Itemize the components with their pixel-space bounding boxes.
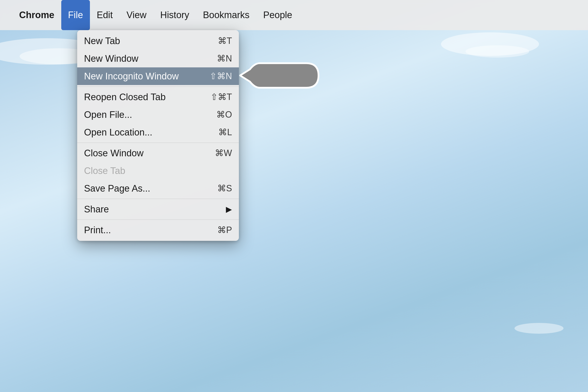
menu-item-save-page-as[interactable]: Save Page As... ⌘S xyxy=(77,180,239,197)
separator-4 xyxy=(77,220,239,220)
menu-item-print-shortcut: ⌘P xyxy=(217,225,232,235)
menu-item-reopen-closed-tab-shortcut: ⇧⌘T xyxy=(210,92,232,102)
menu-item-open-location-label: Open Location... xyxy=(84,127,218,138)
history-menu-item[interactable]: History xyxy=(153,0,196,30)
file-menu-item[interactable]: File xyxy=(61,0,90,30)
menu-item-close-tab[interactable]: Close Tab xyxy=(77,162,239,180)
menubar: Chrome File Edit View History Bookmarks … xyxy=(0,0,588,30)
menu-item-save-page-as-shortcut: ⌘S xyxy=(217,183,232,194)
submenu-arrow-icon: ▶ xyxy=(226,204,232,214)
menu-item-open-location[interactable]: Open Location... ⌘L xyxy=(77,124,239,141)
menu-item-open-file-label: Open File... xyxy=(84,110,216,120)
separator-3 xyxy=(77,199,239,199)
file-dropdown-menu: New Tab ⌘T New Window ⌘N New Incognito W… xyxy=(77,30,239,241)
menu-item-open-location-shortcut: ⌘L xyxy=(218,127,232,138)
menu-item-print-label: Print... xyxy=(84,225,217,236)
menu-item-new-window[interactable]: New Window ⌘N xyxy=(77,50,239,68)
menu-item-save-page-as-label: Save Page As... xyxy=(84,183,217,194)
menu-item-open-file[interactable]: Open File... ⌘O xyxy=(77,106,239,124)
menu-item-new-incognito[interactable]: New Incognito Window ⇧⌘N xyxy=(77,68,239,85)
menu-item-new-tab-label: New Tab xyxy=(84,36,218,46)
separator-1 xyxy=(77,86,239,87)
apple-menu-item[interactable] xyxy=(7,0,12,30)
menu-item-new-tab-shortcut: ⌘T xyxy=(218,36,232,46)
menu-item-close-tab-label: Close Tab xyxy=(84,166,232,176)
menu-item-close-window[interactable]: Close Window ⌘W xyxy=(77,144,239,162)
menu-item-close-window-shortcut: ⌘W xyxy=(215,148,232,158)
cloud-5 xyxy=(514,323,564,334)
menu-item-print[interactable]: Print... ⌘P xyxy=(77,221,239,239)
menu-item-open-file-shortcut: ⌘O xyxy=(216,110,232,120)
cloud-4 xyxy=(466,45,529,58)
bookmarks-menu-item[interactable]: Bookmarks xyxy=(196,0,256,30)
separator-2 xyxy=(77,142,239,143)
menu-item-reopen-closed-tab[interactable]: Reopen Closed Tab ⇧⌘T xyxy=(77,88,239,106)
menu-item-new-incognito-label: New Incognito Window xyxy=(84,71,210,82)
menu-item-share-label: Share xyxy=(84,204,226,214)
arrow-annotation xyxy=(238,61,321,91)
edit-menu-item[interactable]: Edit xyxy=(90,0,120,30)
menu-item-new-incognito-shortcut: ⇧⌘N xyxy=(210,71,232,81)
menu-item-share[interactable]: Share ▶ xyxy=(77,200,239,218)
menu-item-new-window-shortcut: ⌘N xyxy=(217,54,232,64)
chrome-menu-item[interactable]: Chrome xyxy=(12,0,61,30)
people-menu-item[interactable]: People xyxy=(256,0,299,30)
view-menu-item[interactable]: View xyxy=(120,0,153,30)
menu-item-new-window-label: New Window xyxy=(84,54,217,64)
menu-item-new-tab[interactable]: New Tab ⌘T xyxy=(77,32,239,50)
menu-item-reopen-closed-tab-label: Reopen Closed Tab xyxy=(84,92,210,102)
menu-item-close-window-label: Close Window xyxy=(84,148,215,158)
arrow-shape-icon xyxy=(238,61,321,90)
